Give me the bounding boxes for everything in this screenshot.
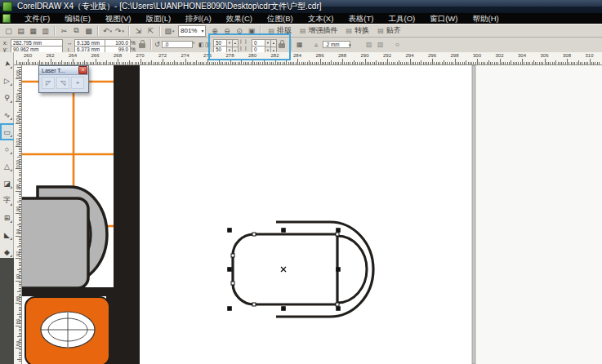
selected-sofa-shape[interactable] — [227, 222, 373, 317]
zoom-level-combo[interactable]: 801%▾ — [178, 25, 206, 37]
selection-handle[interactable] — [227, 228, 232, 233]
eyedropper-tool[interactable]: ◣ — [1, 229, 13, 241]
mirror-horizontal-button[interactable]: ◧ — [198, 41, 204, 49]
curve-node[interactable] — [336, 303, 339, 306]
menu-item-10[interactable]: 窗口(W) — [422, 13, 465, 24]
ruler-tick — [487, 62, 488, 64]
ruler-tick — [125, 62, 126, 64]
menu-item-1[interactable]: 编辑(E) — [57, 13, 98, 24]
chevron-down-icon[interactable]: ▾ — [172, 29, 175, 33]
menu-item-5[interactable]: 效果(C) — [219, 13, 260, 24]
menu-item-4[interactable]: 排列(A) — [178, 13, 219, 24]
ruler-tick — [488, 60, 489, 64]
menu-item-6[interactable]: 位图(B) — [260, 13, 301, 24]
floating-toolbar-laser[interactable]: Laser T... x ◸◹+ — [38, 65, 89, 93]
curve-node[interactable] — [252, 303, 256, 306]
polygon-tool[interactable]: △ — [1, 160, 13, 172]
import-icon[interactable]: ⇲ — [132, 25, 145, 37]
ellipse-tool[interactable]: ○ — [1, 143, 13, 155]
floating-toolbar-titlebar[interactable]: Laser T... x — [39, 66, 88, 75]
ruler-tick — [19, 125, 21, 126]
orange-cabinet[interactable] — [25, 297, 109, 364]
copy-icon[interactable]: ⧉ — [70, 25, 82, 37]
enhanced-plugins-button[interactable]: ▤增强插件 — [296, 25, 342, 37]
paste-icon[interactable]: ▩ — [82, 25, 95, 37]
ruler-tick — [423, 62, 424, 64]
laser-pointer-icon[interactable]: + — [71, 77, 84, 89]
application-launcher-icon[interactable]: ▧▾ — [163, 25, 176, 37]
laser-tool-b-icon[interactable]: ◹ — [56, 77, 69, 89]
redo-icon[interactable]: ↷▾ — [114, 25, 126, 37]
snap-button[interactable]: ▤贴齐 — [373, 25, 405, 37]
coreldraw-app-icon — [2, 2, 12, 11]
selection-handle[interactable] — [227, 306, 232, 311]
ruler-tick — [546, 62, 547, 64]
convert-to-curve-button[interactable]: ○ — [395, 41, 399, 49]
selection-handle[interactable] — [281, 228, 286, 233]
armchair-left[interactable] — [22, 187, 107, 288]
print-icon[interactable]: ▥ — [39, 25, 51, 37]
wrap-paragraph-text-button[interactable]: ▦ — [297, 41, 303, 49]
chevron-down-icon[interactable]: ▾ — [349, 42, 351, 48]
selection-handle[interactable] — [227, 267, 232, 272]
window-titlebar[interactable]: CorelDRAW X4（专业版）- [C:\Users\LUANPHONE80… — [0, 0, 602, 13]
ruler-tick — [42, 62, 43, 64]
wall-horizontal[interactable] — [22, 287, 114, 296]
laser-tool-a-icon[interactable]: ◸ — [42, 77, 55, 89]
zoom-tool[interactable]: ⚲ — [1, 91, 13, 104]
text-tool[interactable]: 字 — [1, 194, 13, 206]
ruler-tick — [19, 223, 21, 224]
menu-item-9[interactable]: 工具(O) — [381, 13, 422, 24]
menu-item-7[interactable]: 文本(X) — [301, 13, 341, 24]
new-document-icon[interactable]: ▢ — [2, 25, 15, 37]
basic-shapes-tool[interactable]: ◪ — [1, 177, 13, 189]
ruler-tick — [245, 62, 246, 64]
selection-handle[interactable] — [281, 306, 286, 311]
selection-handle[interactable] — [336, 267, 341, 272]
behind-fill-button[interactable]: ▨ — [366, 41, 372, 49]
convert-button[interactable]: ▤转换 — [342, 25, 374, 37]
chevron-down-icon[interactable]: ▾ — [110, 29, 113, 33]
floating-toolbar-title: Laser T... — [42, 68, 65, 73]
freehand-tool[interactable]: ∿ — [1, 109, 13, 121]
ruler-tick — [475, 62, 476, 64]
undo-icon[interactable]: ↶▾ — [101, 25, 114, 37]
vertical-ruler[interactable]: 1081061041021009896949290888684 — [14, 65, 22, 364]
open-document-icon[interactable]: ▤ — [15, 25, 27, 37]
horizontal-ruler[interactable]: 2602622642662682702722742762782802822842… — [14, 52, 602, 65]
menu-item-2[interactable]: 视图(V) — [98, 13, 139, 24]
interactive-fill-tool[interactable]: ◆ — [1, 246, 13, 258]
close-icon[interactable]: x — [78, 66, 87, 74]
menu-item-3[interactable]: 版面(L) — [138, 13, 178, 24]
chevron-down-icon[interactable]: ▾ — [201, 28, 203, 33]
off-page-area[interactable] — [475, 65, 602, 364]
curve-node[interactable] — [231, 254, 234, 257]
table-tool[interactable]: ⊞ — [1, 211, 13, 224]
ruler-tick — [323, 62, 324, 64]
save-document-icon[interactable]: ▦ — [27, 25, 39, 37]
wall-vertical[interactable] — [114, 65, 140, 364]
curve-node[interactable] — [231, 282, 234, 285]
curve-node[interactable] — [252, 233, 256, 236]
canvas-area[interactable] — [22, 65, 602, 364]
export-icon[interactable]: ⇱ — [145, 25, 157, 37]
shape-tool[interactable]: ▷ — [1, 74, 13, 87]
menu-item-8[interactable]: 表格(T) — [341, 13, 381, 24]
scale-outline-button[interactable]: ▧ — [377, 41, 384, 49]
menu-item-0[interactable]: 文件(F) — [17, 13, 57, 24]
rotation-angle-field[interactable]: .0 — [162, 41, 193, 48]
menu-item-11[interactable]: 帮助(H) — [465, 13, 506, 24]
armchair-left-seat[interactable] — [22, 198, 88, 288]
ruler-label: 102 — [16, 137, 20, 147]
ruler-tick — [243, 62, 244, 64]
chevron-down-icon[interactable]: ▾ — [123, 29, 125, 33]
scale-lock-icon[interactable] — [139, 43, 145, 48]
cut-icon[interactable]: ✂ — [58, 25, 70, 37]
selected-rounded-rectangle[interactable] — [233, 234, 337, 304]
selection-handle[interactable] — [336, 306, 341, 311]
selection-handle[interactable] — [336, 228, 341, 233]
curve-node[interactable] — [336, 233, 339, 236]
ruler-tick — [77, 62, 78, 64]
pick-tool[interactable]: ➤ — [1, 57, 13, 69]
outline-width-combo[interactable]: .2 mm — [323, 41, 350, 48]
